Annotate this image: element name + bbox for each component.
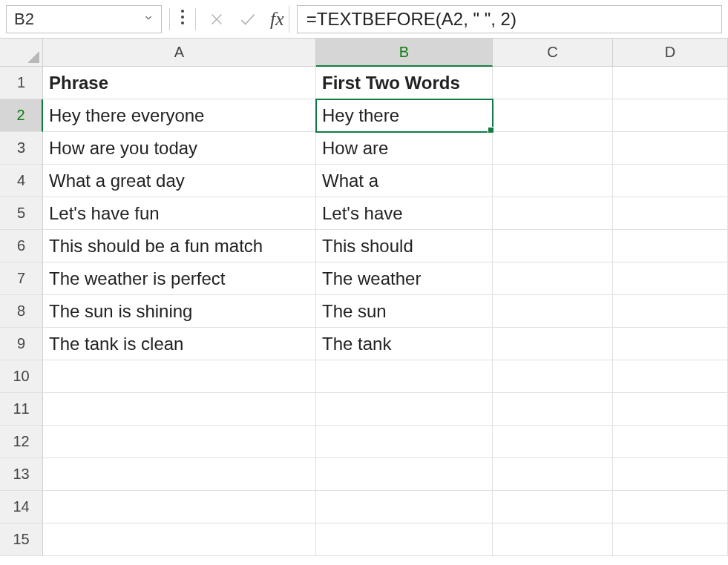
cell-C10[interactable] bbox=[493, 360, 613, 393]
cell-C14[interactable] bbox=[493, 491, 613, 523]
cell-C2[interactable] bbox=[493, 99, 613, 132]
cell-B2[interactable]: Hey there bbox=[316, 99, 493, 132]
cell-C9[interactable] bbox=[493, 328, 613, 360]
cell-D3[interactable] bbox=[613, 132, 728, 165]
formula-bar: B2 fx bbox=[0, 0, 728, 39]
cell-B3[interactable]: How are bbox=[316, 132, 493, 165]
cell-D8[interactable] bbox=[613, 295, 728, 328]
row-header[interactable]: 14 bbox=[0, 491, 43, 523]
cell-D7[interactable] bbox=[613, 262, 728, 295]
cell-D14[interactable] bbox=[613, 491, 728, 523]
cell-B12[interactable] bbox=[316, 426, 493, 458]
cell-B11[interactable] bbox=[316, 393, 493, 426]
column-header-D[interactable]: D bbox=[613, 39, 728, 67]
cell-D6[interactable] bbox=[613, 230, 728, 262]
row-header[interactable]: 15 bbox=[0, 523, 43, 556]
enter-icon[interactable] bbox=[235, 6, 261, 33]
cell-A13[interactable] bbox=[43, 458, 316, 491]
row-header[interactable]: 1 bbox=[0, 67, 43, 99]
cell-B9[interactable]: The tank bbox=[316, 328, 493, 360]
cell-D12[interactable] bbox=[613, 426, 728, 458]
row-header[interactable]: 12 bbox=[0, 426, 43, 458]
cell-D5[interactable] bbox=[613, 197, 728, 230]
select-all-corner[interactable] bbox=[0, 39, 43, 67]
cell-C8[interactable] bbox=[493, 295, 613, 328]
cell-A4[interactable]: What a great day bbox=[43, 165, 316, 197]
row-header[interactable]: 11 bbox=[0, 393, 43, 426]
column-header-A[interactable]: A bbox=[43, 39, 316, 67]
cell-A6[interactable]: This should be a fun match bbox=[43, 230, 316, 262]
cell-D13[interactable] bbox=[613, 458, 728, 491]
cell-B1[interactable]: First Two Words bbox=[316, 67, 493, 99]
row-header[interactable]: 7 bbox=[0, 262, 43, 295]
cell-B14[interactable] bbox=[316, 491, 493, 523]
name-box[interactable]: B2 bbox=[6, 5, 162, 33]
cell-C6[interactable] bbox=[493, 230, 613, 262]
formula-input[interactable] bbox=[297, 5, 722, 33]
svg-point-0 bbox=[181, 10, 184, 13]
row-header[interactable]: 5 bbox=[0, 197, 43, 230]
cell-A2[interactable]: Hey there everyone bbox=[43, 99, 316, 132]
separator bbox=[195, 8, 196, 30]
row-header[interactable]: 3 bbox=[0, 132, 43, 165]
cell-A3[interactable]: How are you today bbox=[43, 132, 316, 165]
cell-C11[interactable] bbox=[493, 393, 613, 426]
cell-D10[interactable] bbox=[613, 360, 728, 393]
separator bbox=[169, 8, 170, 30]
cell-B6[interactable]: This should bbox=[316, 230, 493, 262]
fx-icon[interactable]: fx bbox=[266, 6, 289, 33]
cell-C4[interactable] bbox=[493, 165, 613, 197]
cell-C1[interactable] bbox=[493, 67, 613, 99]
cell-C13[interactable] bbox=[493, 458, 613, 491]
cell-A1[interactable]: Phrase bbox=[43, 67, 316, 99]
cell-D9[interactable] bbox=[613, 328, 728, 360]
row-header[interactable]: 10 bbox=[0, 360, 43, 393]
cell-D1[interactable] bbox=[613, 67, 728, 99]
column-header-B[interactable]: B bbox=[316, 39, 493, 67]
row-header[interactable]: 9 bbox=[0, 328, 43, 360]
svg-point-2 bbox=[181, 22, 184, 24]
column-header-C[interactable]: C bbox=[493, 39, 613, 67]
cell-D11[interactable] bbox=[613, 393, 728, 426]
cell-B10[interactable] bbox=[316, 360, 493, 393]
cell-D4[interactable] bbox=[613, 165, 728, 197]
row-header[interactable]: 8 bbox=[0, 295, 43, 328]
cell-B13[interactable] bbox=[316, 458, 493, 491]
cell-A15[interactable] bbox=[43, 523, 316, 556]
row-header[interactable]: 4 bbox=[0, 165, 43, 197]
cell-C5[interactable] bbox=[493, 197, 613, 230]
cell-B4[interactable]: What a bbox=[316, 165, 493, 197]
cell-C7[interactable] bbox=[493, 262, 613, 295]
chevron-down-icon[interactable] bbox=[143, 13, 154, 25]
more-icon[interactable] bbox=[177, 8, 188, 30]
name-box-value: B2 bbox=[14, 10, 34, 29]
cell-A5[interactable]: Let's have fun bbox=[43, 197, 316, 230]
row-header[interactable]: 6 bbox=[0, 230, 43, 262]
cell-B7[interactable]: The weather bbox=[316, 262, 493, 295]
cell-A11[interactable] bbox=[43, 393, 316, 426]
cell-D15[interactable] bbox=[613, 523, 728, 556]
row-header[interactable]: 2 bbox=[0, 99, 43, 132]
cell-B15[interactable] bbox=[316, 523, 493, 556]
svg-point-1 bbox=[181, 16, 184, 19]
cell-C3[interactable] bbox=[493, 132, 613, 165]
cell-D2[interactable] bbox=[613, 99, 728, 132]
row-header[interactable]: 13 bbox=[0, 458, 43, 491]
cell-A14[interactable] bbox=[43, 491, 316, 523]
cell-A10[interactable] bbox=[43, 360, 316, 393]
cell-B5[interactable]: Let's have bbox=[316, 197, 493, 230]
spreadsheet-grid: A B C D 1 Phrase First Two Words 2 Hey t… bbox=[0, 39, 728, 565]
cell-A8[interactable]: The sun is shining bbox=[43, 295, 316, 328]
cell-C15[interactable] bbox=[493, 523, 613, 556]
cell-A7[interactable]: The weather is perfect bbox=[43, 262, 316, 295]
cell-C12[interactable] bbox=[493, 426, 613, 458]
cancel-icon[interactable] bbox=[203, 6, 230, 33]
cell-A9[interactable]: The tank is clean bbox=[43, 328, 316, 360]
cell-A12[interactable] bbox=[43, 426, 316, 458]
cell-B8[interactable]: The sun bbox=[316, 295, 493, 328]
